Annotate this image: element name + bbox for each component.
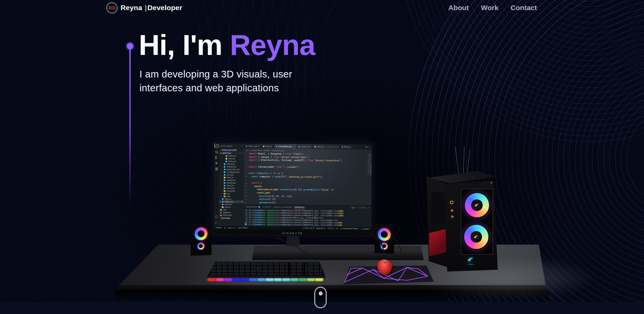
react-file-icon (224, 182, 225, 184)
power-led (491, 182, 492, 183)
logo[interactable]: RR Reyna|Developer (106, 0, 182, 15)
rgb-segment (258, 278, 265, 281)
file-tree: Earth.jsxindex.jsStars.jsxAbout.jsxConta… (219, 154, 244, 217)
monitor-stand-base (252, 246, 424, 260)
code-text: const Computers = () => { (248, 172, 283, 175)
panel-control-icon: + (357, 207, 358, 209)
code-text: import CanvasLoader from "../Loader"; (248, 165, 299, 168)
code-text: position={[-20, 50, 10]} (248, 195, 292, 198)
tab-badge: 7 (258, 145, 259, 147)
brand-role: Developer (148, 4, 182, 11)
usb-port (451, 216, 453, 218)
monitor: EXPLORER ⋯ ›OPEN EDITORS ∨3DFOLIO Earth.… (212, 142, 374, 236)
code-text: import { Canvas } from "@react-three/fib… (249, 156, 309, 159)
pc-gpu (429, 229, 446, 257)
line-number: 10 (244, 182, 248, 184)
rgb-segment (266, 278, 273, 281)
panel-tab-problems: PROBLEMS7 (246, 205, 260, 209)
pc-motherboard (431, 192, 445, 223)
threed-canvas[interactable]: EXPLORER ⋯ ›OPEN EDITORS ∨3DFOLIO Earth.… (0, 0, 644, 314)
line-number: 16 (244, 201, 248, 204)
navbar: RR Reyna|Developer AboutWorkContact (0, 0, 644, 15)
brand-divider: | (145, 4, 147, 11)
line-number: 4 (244, 162, 249, 164)
nav-link-about[interactable]: About (448, 4, 469, 12)
status-item: ⊗ 0 ⚠ 7 (228, 227, 236, 229)
status-item: UTF-8 (327, 227, 333, 230)
react-file-icon (226, 155, 227, 157)
editor-tab-index-js: index.js…/components (313, 144, 340, 149)
reset-button (451, 210, 453, 212)
line-number: 8 (244, 175, 248, 178)
speaker-rgb-ring (195, 227, 207, 240)
code-editor: 1import React, { Suspense } from "react"… (244, 152, 372, 206)
debug-icon (216, 162, 218, 164)
rgb-segment (299, 278, 307, 281)
react-file-icon (222, 203, 224, 205)
folder-file-icon (224, 195, 226, 197)
file-name: index.js (226, 177, 233, 179)
file-name: Navbar.jsx (226, 182, 236, 184)
keyboard-keys (211, 263, 322, 275)
editor-scrollbar (371, 164, 372, 176)
pc-front-panel (444, 181, 498, 272)
js-file-icon (222, 206, 224, 208)
code-text: const computer = useGLTF("./desktop_pc/s… (248, 175, 323, 179)
js-file-icon (314, 146, 316, 147)
file-name: index.css (225, 201, 233, 203)
file-name: Feedbacks.jsx (226, 171, 239, 173)
rgb-segment (208, 278, 216, 281)
hero-subtitle: I am developing a 3D visuals, userinterf… (139, 67, 292, 95)
files-icon (215, 145, 218, 148)
tab-bar-controls: ⊟⋯ (364, 144, 372, 149)
env-file-icon (220, 209, 222, 211)
brand-text: Reyna|Developer (121, 4, 182, 12)
pc-tower (424, 144, 502, 274)
line-number: 7 (244, 172, 248, 174)
file-name: Experience.jsx (226, 168, 239, 170)
status-item: Spaces: 2 (316, 227, 325, 229)
speaker-right (375, 223, 394, 254)
rgb-segment (315, 278, 323, 281)
scroll-indicator[interactable] (314, 287, 327, 308)
pc-fan-window (461, 189, 493, 255)
panel-control-icon: npm (351, 207, 355, 209)
nav-link-contact[interactable]: Contact (511, 4, 537, 12)
file-name: hoc (227, 193, 230, 195)
tab-label: index.js (317, 145, 324, 148)
wifi-antenna (463, 146, 465, 175)
css-file-icon (222, 201, 224, 202)
file-name: .gitignore (222, 212, 231, 214)
power-button (450, 201, 453, 204)
rgb-segment (282, 278, 290, 281)
tab-label: index.css (248, 145, 257, 147)
vscode-explorer: EXPLORER ⋯ ›OPEN EDITORS ∨3DFOLIO Earth.… (219, 143, 244, 226)
account-icon (215, 215, 218, 218)
status-item: LF (335, 227, 338, 230)
nav-link-work[interactable]: Work (481, 4, 498, 12)
brand-name: Reyna (121, 4, 142, 11)
tab-label: Computers.jsx (278, 145, 292, 148)
line-number: 12 (244, 188, 248, 191)
outline-label: OUTLINE (221, 217, 230, 219)
explorer-actions-icon: ⋯ (240, 145, 243, 147)
react-file-icon (224, 163, 225, 165)
code-text: angle={0.12} (248, 198, 276, 201)
status-item: { } JavaScript React (340, 227, 358, 230)
file-name: App.jsx (225, 198, 231, 200)
editor-tab-loader-jsx: Loader.jsx (297, 144, 313, 149)
react-file-icon (226, 160, 227, 162)
status-item: Live Share (238, 227, 248, 229)
file-name: Hero.jsx (226, 174, 234, 176)
react-file-icon (224, 168, 225, 170)
status-item: Ln 56, Col 9 (303, 227, 314, 229)
rgb-segment (274, 278, 282, 281)
panel-tab-debug-console: DEBUG CONSOLE (273, 205, 292, 209)
tab-label: Loader.jsx (301, 145, 311, 148)
hero-title-name: Reyna (230, 29, 315, 61)
mouse-wheel-icon (384, 260, 386, 263)
rgb-fan (464, 192, 490, 218)
code-text: return ( (248, 182, 262, 184)
rgb-fan (463, 224, 489, 250)
problems-count-badge: 7 (258, 206, 260, 208)
